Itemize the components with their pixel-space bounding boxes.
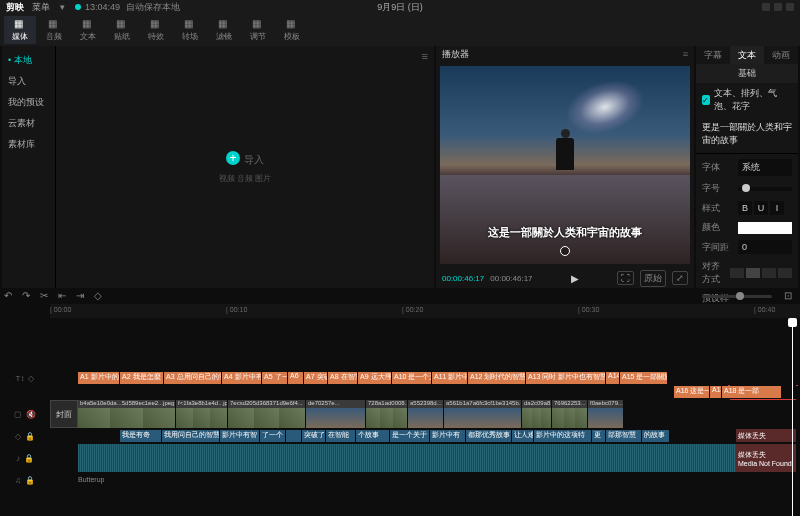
- inspector-tab[interactable]: 动画: [764, 46, 798, 64]
- tool-media[interactable]: ▦媒体: [4, 16, 36, 44]
- window-min-icon[interactable]: [762, 3, 770, 11]
- redo-button[interactable]: ↷: [22, 290, 34, 302]
- align-center-button[interactable]: [746, 268, 760, 278]
- menu-button[interactable]: 菜单: [32, 1, 50, 14]
- media-sidebar-item[interactable]: • 本地: [2, 50, 55, 71]
- align-justify-button[interactable]: [778, 268, 792, 278]
- color-swatch[interactable]: [738, 222, 792, 234]
- delete-right-button[interactable]: ⇥: [76, 290, 88, 302]
- caption-anchor-icon[interactable]: [560, 246, 570, 256]
- textclip[interactable]: A10 是一个天才: [392, 372, 432, 384]
- track-audio-lock-icon[interactable]: 🔒: [24, 454, 34, 463]
- text-type-checkbox[interactable]: ✓: [702, 95, 710, 105]
- subclip[interactable]: 我用问自己的智慧: [162, 430, 220, 442]
- vidclip[interactable]: 76962253...: [552, 400, 588, 428]
- preview-viewport[interactable]: 这是一部關於人类和宇宙的故事: [440, 66, 690, 264]
- vidclip[interactable]: 728a1ad0008...: [366, 400, 408, 428]
- textclip[interactable]: A8 在智慧: [328, 372, 358, 384]
- media-error-box-2[interactable]: 媒体丢失 Media Not Found: [736, 444, 796, 472]
- undo-button[interactable]: ↶: [4, 290, 16, 302]
- textclip[interactable]: A16 这是一部: [674, 386, 710, 398]
- zoom-slider[interactable]: [702, 295, 772, 298]
- spacing-input[interactable]: 0: [738, 240, 792, 254]
- window-max-icon[interactable]: [774, 3, 782, 11]
- textclip[interactable]: A4 影片中有智: [222, 372, 262, 384]
- track-music-lock-icon[interactable]: 🔒: [25, 476, 35, 485]
- subclip[interactable]: 影片中的这项特: [534, 430, 592, 442]
- tool-template[interactable]: ▦模板: [276, 16, 308, 44]
- textclip[interactable]: A18 是一部: [722, 386, 782, 398]
- track-sub-lock-icon[interactable]: 🔒: [25, 432, 35, 441]
- bold-button[interactable]: B: [738, 201, 752, 215]
- subclip[interactable]: 是一个关于: [390, 430, 430, 442]
- underline-button[interactable]: U: [754, 201, 768, 215]
- window-close-icon[interactable]: [786, 3, 794, 11]
- track-music-icon[interactable]: ♫: [15, 476, 21, 485]
- vidclip[interactable]: a552398d...: [408, 400, 444, 428]
- textclip[interactable]: A5 了一个: [262, 372, 288, 384]
- subclip[interactable]: 我是有奇: [120, 430, 162, 442]
- textclip[interactable]: A15 是一部關於: [620, 372, 668, 384]
- subclip[interactable]: 影片中有: [430, 430, 466, 442]
- text-content[interactable]: 更是一部關於人类和宇宙的故事: [696, 117, 798, 151]
- mark-button[interactable]: ◇: [94, 290, 106, 302]
- audio-clip[interactable]: [78, 444, 744, 472]
- subclip[interactable]: 让人难: [512, 430, 534, 442]
- textclip[interactable]: A14: [606, 372, 620, 384]
- textclip[interactable]: A9 远大理想: [358, 372, 392, 384]
- subclip[interactable]: 的故事: [642, 430, 670, 442]
- vidclip[interactable]: f<1fa3e8b1e4d...jpeg: [176, 400, 228, 428]
- vidclip[interactable]: b4a5e10e0da...5d589ec1ee2...jpeg: [78, 400, 176, 428]
- tool-adjust[interactable]: ▦调节: [242, 16, 274, 44]
- subclip[interactable]: [286, 430, 302, 442]
- track-audio-icon[interactable]: ♪: [16, 454, 20, 463]
- inspector-tab[interactable]: 文本: [730, 46, 764, 64]
- inspector-tab[interactable]: 字幕: [696, 46, 730, 64]
- textclip[interactable]: A3 总用问自己的智慧: [164, 372, 222, 384]
- textclip[interactable]: A6: [288, 372, 304, 384]
- align-left-button[interactable]: [730, 268, 744, 278]
- track-text-icon[interactable]: T↕: [16, 374, 25, 383]
- align-right-button[interactable]: [762, 268, 776, 278]
- track-mute-icon[interactable]: 🔇: [26, 410, 36, 419]
- subclip[interactable]: 个故事: [356, 430, 390, 442]
- preview-menu-icon[interactable]: ≡: [683, 49, 688, 59]
- tool-text[interactable]: ▦文本: [72, 16, 104, 44]
- cover-button[interactable]: 封面: [50, 400, 78, 428]
- vidclip[interactable]: da2c09a8...: [522, 400, 552, 428]
- subclip[interactable]: 在智能: [326, 430, 356, 442]
- panel-menu-icon[interactable]: ≡: [422, 50, 428, 62]
- tool-sticker[interactable]: ▦贴纸: [106, 16, 138, 44]
- track-video-icon[interactable]: ▢: [14, 410, 22, 419]
- textclip[interactable]: A11 影片中有: [432, 372, 468, 384]
- size-slider[interactable]: [738, 187, 792, 191]
- vidclip[interactable]: de70257e...: [306, 400, 366, 428]
- vidclip[interactable]: 7ecsd205d368371d9e6f4...: [228, 400, 306, 428]
- textclip[interactable]: A1 影片中的奇妙: [78, 372, 120, 384]
- audio-name[interactable]: Butterup: [78, 476, 104, 483]
- fit-button[interactable]: 原始: [640, 270, 666, 287]
- subclip[interactable]: 部那智慧: [606, 430, 642, 442]
- textclip[interactable]: A2 我是怎麼: [120, 372, 164, 384]
- textclip[interactable]: A7 突破了: [304, 372, 328, 384]
- subclip[interactable]: 了一个: [260, 430, 286, 442]
- track-lock-icon[interactable]: ◇: [28, 374, 34, 383]
- subclip[interactable]: 更: [592, 430, 606, 442]
- split-button[interactable]: ✂: [40, 290, 52, 302]
- fullscreen-button[interactable]: ⤢: [672, 271, 688, 285]
- subclip[interactable]: 都那优秀故事: [466, 430, 512, 442]
- subclip[interactable]: 影片中有智: [220, 430, 260, 442]
- tool-audio[interactable]: ▦音频: [38, 16, 70, 44]
- tool-effect[interactable]: ▦特效: [140, 16, 172, 44]
- play-button[interactable]: ▶: [571, 273, 579, 284]
- textclip[interactable]: A13 同时 影片中也有智慧 了最大: [526, 372, 606, 384]
- playhead[interactable]: [792, 318, 793, 516]
- textclip[interactable]: A12 划时代的智慧 让人难: [468, 372, 526, 384]
- vidclip[interactable]: f0aebc079...: [588, 400, 624, 428]
- preview-caption[interactable]: 这是一部關於人类和宇宙的故事: [488, 225, 642, 240]
- media-sidebar-item[interactable]: 素材库: [2, 134, 55, 155]
- tool-filter[interactable]: ▦滤镜: [208, 16, 240, 44]
- media-error-box[interactable]: 媒体丢失: [736, 429, 796, 442]
- media-sidebar-item[interactable]: 云素材: [2, 113, 55, 134]
- textclip[interactable]: A17: [710, 386, 722, 398]
